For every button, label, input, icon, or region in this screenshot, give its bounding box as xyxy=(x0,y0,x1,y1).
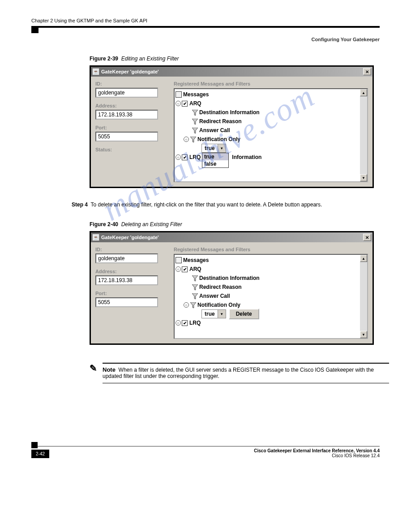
port-label: Port: xyxy=(95,291,165,296)
java-icon: ☕ xyxy=(92,68,99,75)
id-input[interactable] xyxy=(95,253,158,263)
tree-root[interactable]: Messages xyxy=(176,90,366,99)
option-true[interactable]: true xyxy=(202,153,228,160)
tree-lrq[interactable]: ○ ✔ LRQ xyxy=(176,318,366,327)
lrq-checkbox[interactable]: ✔ xyxy=(182,320,188,326)
expand-handle-icon[interactable]: ○ xyxy=(176,154,181,160)
address-input[interactable] xyxy=(95,110,158,120)
section-title: Configuring Your Gatekeeper xyxy=(31,37,380,42)
page-number: 2-42 xyxy=(31,450,49,458)
option-false[interactable]: false xyxy=(202,160,228,167)
port-input[interactable] xyxy=(95,132,158,142)
filter-answer[interactable]: Answer Call xyxy=(176,126,366,135)
titlebar: ☕ GateKeeper 'goldengate' ✕ xyxy=(91,232,372,242)
filter-dest-info[interactable]: Destination Information xyxy=(176,274,366,283)
filter-value-row: true ▼ Delete xyxy=(176,309,366,318)
arq-checkbox[interactable]: ✔ xyxy=(182,101,188,107)
expand-handle-icon[interactable]: ○ xyxy=(184,302,189,308)
doc-icon xyxy=(176,257,182,263)
combo-selected: true xyxy=(202,311,218,317)
left-panel: ID: Address: Port: xyxy=(95,247,165,339)
step-4: Step 4 To delete an existing filter, rig… xyxy=(72,202,380,208)
combo[interactable]: true ▼ xyxy=(201,309,226,318)
address-input[interactable] xyxy=(95,275,158,285)
expand-handle-icon[interactable]: ○ xyxy=(184,137,189,142)
window-title: GateKeeper 'goldengate' xyxy=(101,235,363,240)
pencil-icon: ✎ xyxy=(90,363,97,373)
id-label: ID: xyxy=(95,247,165,252)
dropdown-list: true false xyxy=(202,153,229,168)
figure-2-caption: Figure 2-40 Deleting an Existing Filter xyxy=(90,221,380,227)
close-button[interactable]: ✕ xyxy=(363,234,371,241)
filter-redirect[interactable]: Redirect Reason xyxy=(176,117,366,126)
expand-handle-icon[interactable]: ○ xyxy=(176,266,181,272)
page-footer: 2-42 Cisco Gatekeeper External Interface… xyxy=(31,446,380,458)
port-input[interactable] xyxy=(95,297,158,307)
address-label: Address: xyxy=(95,269,165,274)
tree-root[interactable]: Messages xyxy=(176,256,366,265)
filter-notification[interactable]: ○ Notification Only xyxy=(176,135,366,144)
tree-box: Messages ○ ✔ ARQ Destination Information xyxy=(174,254,368,339)
window-title: GateKeeper 'goldengate' xyxy=(101,69,363,74)
filter-redirect[interactable]: Redirect Reason xyxy=(176,283,366,292)
chevron-down-icon[interactable]: ▼ xyxy=(218,310,226,318)
tree-heading: Registered Messages and Filters xyxy=(174,247,368,252)
filter-value-combo[interactable]: true ▼ true false xyxy=(176,144,366,153)
gatekeeper-window-2: ☕ GateKeeper 'goldengate' ✕ ID: Address:… xyxy=(90,231,374,345)
funnel-icon xyxy=(192,284,198,290)
combo-selected: true xyxy=(202,145,218,151)
funnel-icon xyxy=(192,293,198,299)
funnel-icon xyxy=(192,118,198,124)
right-panel: Registered Messages and Filters Messages… xyxy=(174,247,368,339)
scroll-up-icon[interactable]: ▲ xyxy=(360,89,367,96)
gatekeeper-window-1: ☕ GateKeeper 'goldengate' ✕ ID: Address:… xyxy=(90,65,374,188)
port-label: Port: xyxy=(95,125,165,130)
tree-arq[interactable]: ○ ✔ ARQ xyxy=(176,99,366,108)
status-label: Status: xyxy=(95,147,165,152)
funnel-icon xyxy=(192,127,198,133)
expand-handle-icon[interactable]: ○ xyxy=(176,320,181,326)
left-panel: ID: Address: Port: Status: xyxy=(95,81,165,182)
tree-heading: Registered Messages and Filters xyxy=(174,81,368,86)
filter-dest-info[interactable]: Destination Information xyxy=(176,108,366,117)
tree-arq[interactable]: ○ ✔ ARQ xyxy=(176,265,366,274)
scrollbar[interactable]: ▲ ▼ xyxy=(360,89,367,181)
close-button[interactable]: ✕ xyxy=(363,68,371,75)
scrollbar[interactable]: ▲ ▼ xyxy=(360,255,367,338)
expand-handle-icon[interactable]: ○ xyxy=(176,101,181,106)
right-panel: Registered Messages and Filters Messages… xyxy=(174,81,368,182)
java-icon: ☕ xyxy=(92,234,99,241)
funnel-icon xyxy=(192,275,198,281)
funnel-icon xyxy=(190,136,196,142)
scroll-up-icon[interactable]: ▲ xyxy=(360,255,367,262)
tree-box: Messages ○ ✔ ARQ Destination Information xyxy=(174,88,368,182)
funnel-icon xyxy=(190,302,196,308)
note-block: ✎ Note When a filter is deleted, the GUI… xyxy=(90,363,380,383)
chapter-left: Chapter 2 Using the GKTMP and the Sample… xyxy=(31,18,147,23)
titlebar: ☕ GateKeeper 'goldengate' ✕ xyxy=(91,67,372,77)
doc-icon xyxy=(176,91,182,98)
lrq-checkbox[interactable]: ✔ xyxy=(182,154,188,160)
scroll-down-icon[interactable]: ▼ xyxy=(360,331,367,338)
id-input[interactable] xyxy=(95,88,158,98)
filter-answer[interactable]: Answer Call xyxy=(176,292,366,300)
id-label: ID: xyxy=(95,81,165,86)
funnel-icon xyxy=(192,109,198,116)
footer-book: Cisco Gatekeeper External Interface Refe… xyxy=(254,448,380,453)
scroll-down-icon[interactable]: ▼ xyxy=(360,174,367,181)
chevron-down-icon[interactable]: ▼ xyxy=(218,144,226,152)
arq-checkbox[interactable]: ✔ xyxy=(182,266,188,272)
filter-notification[interactable]: ○ Notification Only xyxy=(176,300,366,309)
delete-button[interactable]: Delete xyxy=(229,309,259,319)
figure-1-caption: Figure 2-39 Editing an Existing Filter xyxy=(90,56,380,62)
footer-doc: Cisco IOS Release 12.4 xyxy=(254,453,380,458)
address-label: Address: xyxy=(95,103,165,108)
